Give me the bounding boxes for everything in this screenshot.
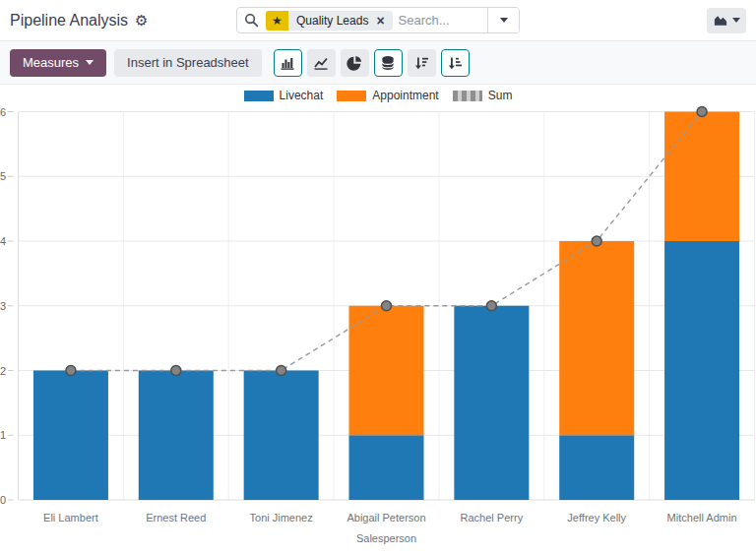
- breadcrumb: Pipeline Analysis ⚙: [10, 12, 236, 30]
- bar-segment-livechat-6[interactable]: [664, 241, 739, 500]
- line-chart-button[interactable]: [307, 49, 336, 77]
- bar-segment-livechat-5[interactable]: [559, 435, 634, 500]
- line-chart-icon: [313, 55, 329, 71]
- legend-swatch-sum: [453, 91, 482, 101]
- bar-segment-livechat-0[interactable]: [33, 371, 108, 501]
- pie-chart-button[interactable]: [341, 49, 369, 77]
- legend-swatch-appointment: [337, 91, 366, 101]
- legend-item-sum[interactable]: Sum: [453, 89, 513, 102]
- view-switcher-area: [520, 8, 746, 33]
- legend-swatch-livechat: [244, 91, 274, 101]
- favorite-star-icon: ★: [266, 11, 288, 31]
- measures-label: Measures: [23, 55, 79, 70]
- page-title: Pipeline Analysis: [10, 12, 128, 30]
- search-facet-quality-leads[interactable]: ★ Quality Leads ×: [266, 11, 393, 31]
- sum-marker-1[interactable]: [171, 366, 181, 376]
- sum-marker-2[interactable]: [277, 366, 286, 376]
- y-tick-label-3: 3: [0, 300, 6, 312]
- chevron-down-icon: [500, 18, 508, 23]
- bar-segment-livechat-2[interactable]: [244, 371, 319, 501]
- pie-chart-icon: [346, 55, 362, 71]
- graph-toolbar: Measures Insert in Spreadsheet: [0, 41, 756, 85]
- settings-gear-icon[interactable]: ⚙: [135, 13, 148, 28]
- x-axis-title: Salesperson: [356, 532, 416, 544]
- bar-segment-livechat-4[interactable]: [454, 306, 529, 500]
- search-bar[interactable]: ★ Quality Leads ×: [236, 7, 520, 33]
- chart-type-group: [274, 49, 470, 77]
- bar-segment-appointment-5[interactable]: [559, 241, 634, 435]
- pipeline-analysis-chart: LivechatAppointmentSum 0123456Eli Lamber…: [0, 85, 756, 555]
- bar-segment-livechat-1[interactable]: [139, 371, 214, 501]
- stacked-toggle-button[interactable]: [374, 49, 403, 77]
- sum-marker-4[interactable]: [486, 301, 496, 311]
- search-options-toggle[interactable]: [487, 8, 519, 32]
- legend-item-appointment[interactable]: Appointment: [337, 89, 438, 102]
- search-icon: [244, 13, 259, 28]
- area-chart-icon: [713, 13, 728, 28]
- sum-marker-3[interactable]: [382, 301, 392, 311]
- y-tick-label-4: 4: [0, 235, 6, 247]
- sum-marker-6[interactable]: [697, 107, 707, 117]
- facet-label: Quality Leads: [296, 14, 368, 28]
- chevron-down-icon: [86, 60, 94, 65]
- sort-descending-button[interactable]: [408, 49, 436, 77]
- stacked-bar-chart-canvas: 0123456Eli LambertErnest ReedToni Jimene…: [0, 85, 756, 555]
- legend-label: Sum: [488, 89, 513, 102]
- x-category-label-2: Toni Jimenez: [250, 512, 313, 524]
- x-category-label-0: Eli Lambert: [43, 512, 98, 524]
- y-tick-label-2: 2: [0, 365, 6, 377]
- y-tick-label-0: 0: [0, 494, 6, 506]
- chevron-down-icon: [732, 18, 740, 23]
- graph-view-switcher-button[interactable]: [707, 8, 746, 33]
- sort-ascending-button[interactable]: [441, 49, 470, 77]
- sum-marker-5[interactable]: [592, 236, 601, 246]
- legend-label: Appointment: [372, 89, 438, 102]
- bar-chart-button[interactable]: [274, 49, 302, 77]
- x-category-label-6: Mitchell Admin: [667, 512, 737, 524]
- legend-label: Livechat: [280, 89, 324, 102]
- x-category-label-5: Jeffrey Kelly: [567, 512, 626, 524]
- bar-segment-appointment-3[interactable]: [349, 306, 424, 436]
- legend-item-livechat[interactable]: Livechat: [244, 89, 324, 102]
- bar-segment-livechat-3[interactable]: [349, 435, 424, 500]
- y-tick-label-1: 1: [0, 429, 6, 441]
- facet-remove-icon[interactable]: ×: [376, 14, 384, 28]
- insert-in-spreadsheet-button[interactable]: Insert in Spreadsheet: [114, 49, 262, 77]
- sort-amount-asc-icon: [447, 55, 463, 71]
- measures-button[interactable]: Measures: [10, 49, 106, 77]
- x-category-label-4: Rachel Perry: [461, 512, 524, 524]
- y-tick-label-5: 5: [0, 170, 6, 182]
- search-input[interactable]: [393, 13, 487, 28]
- chart-legend: LivechatAppointmentSum: [0, 89, 756, 102]
- bar-segment-appointment-6[interactable]: [664, 112, 739, 242]
- x-category-label-1: Ernest Reed: [146, 512, 206, 524]
- control-panel-header: Pipeline Analysis ⚙ ★ Quality Leads ×: [0, 0, 756, 41]
- stacked-database-icon: [380, 55, 396, 71]
- bar-chart-icon: [280, 55, 295, 71]
- sum-marker-0[interactable]: [66, 366, 76, 376]
- sort-amount-desc-icon: [413, 55, 429, 71]
- y-tick-label-6: 6: [0, 106, 6, 118]
- x-category-label-3: Abigail Peterson: [346, 512, 425, 524]
